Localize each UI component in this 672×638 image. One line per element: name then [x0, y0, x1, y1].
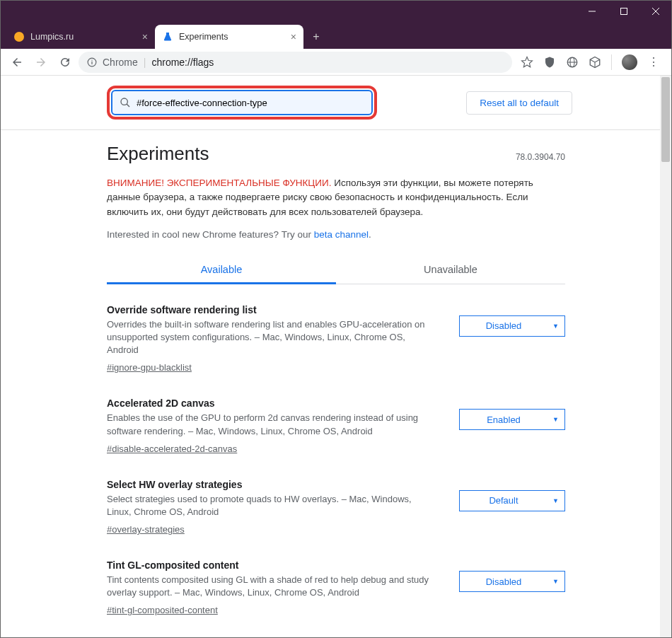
- close-icon[interactable]: ×: [291, 31, 296, 42]
- svg-point-0: [14, 32, 24, 42]
- close-icon[interactable]: ×: [142, 31, 148, 42]
- minimize-button[interactable]: [576, 1, 608, 22]
- globe-icon[interactable]: [566, 56, 579, 69]
- search-flags-box[interactable]: [111, 90, 373, 115]
- beta-channel-link[interactable]: beta channel: [314, 229, 369, 240]
- warning-heading: ВНИМАНИЕ! ЭКСПЕРИМЕНТАЛЬНЫЕ ФУНКЦИИ.: [107, 178, 332, 188]
- browser-tab-experiments[interactable]: Experiments ×: [155, 25, 303, 49]
- window-titlebar: Lumpics.ru × Experiments × +: [1, 1, 671, 49]
- flag-row: Override software rendering listOverride…: [107, 304, 565, 374]
- tab-unavailable[interactable]: Unavailable: [336, 255, 565, 284]
- star-icon[interactable]: [521, 56, 533, 69]
- toolbar-actions: ⋮: [515, 54, 666, 70]
- window-controls: [576, 1, 671, 22]
- flags-tabs: Available Unavailable: [107, 255, 565, 284]
- svg-rect-2: [620, 8, 627, 15]
- flags-topbar: Reset all to default: [1, 76, 671, 130]
- flag-anchor-link[interactable]: #disable-accelerated-2d-canvas: [107, 443, 237, 454]
- profile-avatar[interactable]: [622, 54, 637, 70]
- flag-dropdown[interactable]: Enabled: [459, 409, 565, 430]
- scrollbar-thumb[interactable]: [661, 77, 670, 162]
- omnibox-path: chrome://flags: [151, 57, 214, 68]
- tab-favicon-lumpics: [13, 31, 25, 42]
- omnibox-separator: |: [144, 57, 146, 68]
- flag-row: Accelerated 2D canvasEnables the use of …: [107, 398, 565, 454]
- reset-all-button[interactable]: Reset all to default: [466, 91, 572, 115]
- flag-description: Tint contents composited using GL with a…: [107, 574, 438, 599]
- beta-prefix: Interested in cool new Chrome features? …: [107, 229, 314, 240]
- page-content: Reset all to default Experiments 78.0.39…: [1, 76, 671, 638]
- svg-point-11: [121, 98, 127, 105]
- close-window-button[interactable]: [639, 1, 671, 22]
- svg-rect-7: [91, 61, 92, 64]
- browser-tabs: Lumpics.ru × Experiments × +: [1, 1, 326, 49]
- back-button[interactable]: [6, 52, 28, 73]
- page-info-icon: [87, 57, 97, 67]
- maximize-button[interactable]: [608, 1, 639, 22]
- flag-title: Tint GL-composited content: [107, 559, 438, 571]
- flag-description: Select strategies used to promote quads …: [107, 493, 438, 518]
- search-flags-input[interactable]: [137, 98, 364, 108]
- search-icon: [120, 97, 131, 108]
- flag-row: Select HW overlay strategiesSelect strat…: [107, 479, 565, 535]
- flags-list: Override software rendering listOverride…: [107, 304, 565, 638]
- flag-row: Tint GL-composited contentTint contents …: [107, 559, 565, 616]
- chrome-version: 78.0.3904.70: [516, 152, 565, 162]
- browser-tab-lumpics[interactable]: Lumpics.ru ×: [6, 25, 155, 49]
- browser-toolbar: Chrome | chrome://flags ⋮: [1, 49, 671, 76]
- separator: [611, 54, 612, 70]
- cube-icon[interactable]: [589, 56, 601, 69]
- forward-button[interactable]: [30, 52, 52, 73]
- flag-title: Override software rendering list: [107, 304, 438, 315]
- warning-text: ВНИМАНИЕ! ЭКСПЕРИМЕНТАЛЬНЫЕ ФУНКЦИИ. Исп…: [107, 176, 565, 219]
- omnibox-origin: Chrome: [103, 57, 138, 68]
- flag-title: Accelerated 2D canvas: [107, 398, 438, 409]
- flag-dropdown[interactable]: Default: [459, 490, 565, 511]
- tab-favicon-flask: [162, 31, 173, 42]
- flag-description: Overrides the built-in software renderin…: [107, 318, 438, 357]
- beta-channel-line: Interested in cool new Chrome features? …: [107, 229, 565, 240]
- tab-title: Lumpics.ru: [30, 32, 74, 42]
- scrollbar[interactable]: [660, 76, 671, 638]
- search-highlight-annotation: [107, 86, 377, 120]
- tab-available[interactable]: Available: [107, 255, 336, 284]
- svg-point-6: [91, 59, 92, 60]
- menu-button[interactable]: ⋮: [647, 56, 660, 69]
- flag-description: Enables the use of the GPU to perform 2d…: [107, 412, 438, 437]
- page-title: Experiments: [107, 143, 209, 165]
- reload-button[interactable]: [54, 52, 76, 73]
- flag-anchor-link[interactable]: #ignore-gpu-blacklist: [107, 362, 192, 373]
- flag-dropdown[interactable]: Disabled: [459, 571, 565, 592]
- tab-title: Experiments: [179, 32, 228, 42]
- svg-line-12: [127, 104, 129, 107]
- flag-dropdown[interactable]: Disabled: [459, 315, 565, 337]
- flag-anchor-link[interactable]: #overlay-strategies: [107, 524, 185, 535]
- flag-anchor-link[interactable]: #tint-gl-composited-content: [107, 605, 218, 615]
- beta-suffix: .: [369, 229, 371, 240]
- flag-title: Select HW overlay strategies: [107, 479, 438, 490]
- shield-icon[interactable]: [543, 56, 556, 69]
- new-tab-button[interactable]: +: [306, 27, 326, 47]
- address-bar[interactable]: Chrome | chrome://flags: [79, 52, 512, 73]
